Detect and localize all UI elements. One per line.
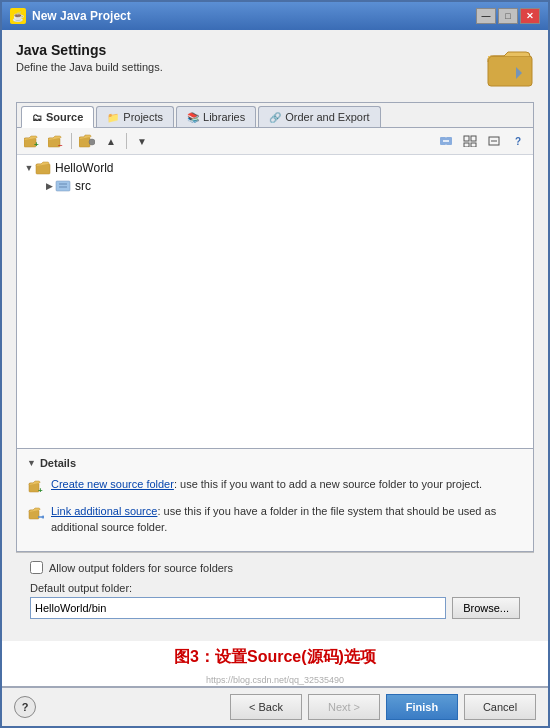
- output-folder-input-row: Browse...: [30, 597, 520, 619]
- expand-helloworld-icon[interactable]: ▼: [23, 163, 35, 173]
- create-source-text: Create new source folder: use this if yo…: [51, 477, 482, 492]
- svg-text:+: +: [38, 486, 43, 495]
- bottom-section: Allow output folders for source folders …: [16, 552, 534, 633]
- footer-help-button[interactable]: ?: [14, 696, 36, 718]
- header-section: Java Settings Define the Java build sett…: [16, 42, 534, 90]
- header-title: Java Settings: [16, 42, 476, 58]
- title-bar: ☕ New Java Project — □ ✕: [2, 2, 548, 30]
- footer: ? < Back Next > Finish Cancel: [2, 686, 548, 726]
- output-folder-input[interactable]: [30, 597, 446, 619]
- tab-libraries-label: Libraries: [203, 111, 245, 123]
- details-label: Details: [40, 457, 76, 469]
- details-item-link: Link additional source: use this if you …: [27, 504, 523, 535]
- toolbar-help-button[interactable]: ?: [507, 131, 529, 151]
- caption-section: 图3：设置Source(源码)选项: [2, 641, 548, 674]
- expand-src-icon[interactable]: ▶: [43, 181, 55, 191]
- caption-text: 图3：设置Source(源码)选项: [174, 648, 376, 665]
- source-tab-icon: 🗂: [32, 112, 42, 123]
- svg-point-26: [42, 516, 45, 519]
- tab-projects[interactable]: 📁 Projects: [96, 106, 174, 127]
- svg-text:+: +: [34, 140, 39, 148]
- collapse-all-button[interactable]: [483, 131, 505, 151]
- allow-output-folders-checkbox[interactable]: [30, 561, 43, 574]
- back-button[interactable]: < Back: [230, 694, 302, 720]
- allow-output-folders-label[interactable]: Allow output folders for source folders: [49, 562, 233, 574]
- finish-button[interactable]: Finish: [386, 694, 458, 720]
- cancel-button[interactable]: Cancel: [464, 694, 536, 720]
- tree-area[interactable]: ▼ HelloWorld ▶: [17, 155, 533, 448]
- footer-left: ?: [14, 696, 36, 718]
- svg-rect-13: [471, 136, 476, 141]
- tab-source-label: Source: [46, 111, 83, 123]
- create-source-description: : use this if you want to add a new sour…: [174, 478, 482, 490]
- tab-libraries[interactable]: 📚 Libraries: [176, 106, 256, 127]
- window-controls: — □ ✕: [476, 8, 540, 24]
- tree-item-helloworld[interactable]: ▼ HelloWorld: [21, 159, 529, 177]
- create-source-icon: +: [27, 478, 45, 496]
- remove-source-folder-button[interactable]: –: [45, 131, 67, 151]
- content-area: Java Settings Define the Java build sett…: [2, 30, 548, 641]
- move-down-button[interactable]: ▼: [131, 131, 153, 151]
- svg-rect-12: [464, 136, 469, 141]
- details-section: ▼ Details + Create new source folder: us…: [17, 448, 533, 551]
- svg-rect-15: [471, 143, 476, 147]
- toolbar-right: ?: [435, 131, 529, 151]
- header-subtitle: Define the Java build settings.: [16, 61, 476, 73]
- minimize-button[interactable]: —: [476, 8, 496, 24]
- tree-children-helloworld: ▶ src: [21, 177, 529, 195]
- svg-rect-19: [56, 181, 70, 191]
- svg-rect-14: [464, 143, 469, 147]
- browse-button[interactable]: Browse...: [452, 597, 520, 619]
- helloworld-project-icon: [35, 160, 51, 176]
- src-label: src: [75, 179, 91, 193]
- allow-output-folders-row: Allow output folders for source folders: [30, 561, 520, 574]
- order-export-tab-icon: 🔗: [269, 112, 281, 123]
- watermark: https://blog.csdn.net/qq_32535490: [2, 674, 548, 686]
- link-additional-source-link[interactable]: Link additional source: [51, 505, 157, 517]
- tabs-bar: 🗂 Source 📁 Projects 📚 Libraries 🔗 Order …: [17, 103, 533, 128]
- svg-point-8: [89, 139, 95, 145]
- svg-text:–: –: [58, 140, 63, 148]
- next-button[interactable]: Next >: [308, 694, 380, 720]
- tab-order-export-label: Order and Export: [285, 111, 369, 123]
- details-header: ▼ Details: [27, 457, 523, 469]
- toolbar-separator-1: [71, 133, 72, 149]
- configure-output-button[interactable]: [76, 131, 98, 151]
- tree-item-src[interactable]: ▶ src: [41, 177, 529, 195]
- link-additional-source-icon: [27, 505, 45, 523]
- footer-buttons: < Back Next > Finish Cancel: [230, 694, 536, 720]
- source-toolbar: + – ▲: [17, 128, 533, 155]
- libraries-tab-icon: 📚: [187, 112, 199, 123]
- close-button[interactable]: ✕: [520, 8, 540, 24]
- tab-projects-label: Projects: [123, 111, 163, 123]
- header-text: Java Settings Define the Java build sett…: [16, 42, 476, 73]
- maximize-button[interactable]: □: [498, 8, 518, 24]
- window-icon: ☕: [10, 8, 26, 24]
- tab-source[interactable]: 🗂 Source: [21, 106, 94, 128]
- toolbar-separator-2: [126, 133, 127, 149]
- add-source-folder-button[interactable]: +: [21, 131, 43, 151]
- tab-order-export[interactable]: 🔗 Order and Export: [258, 106, 380, 127]
- output-folder-label: Default output folder:: [30, 582, 520, 594]
- create-source-folder-link[interactable]: Create new source folder: [51, 478, 174, 490]
- output-folder-row: Default output folder: Browse...: [30, 582, 520, 619]
- src-package-icon: [55, 178, 71, 194]
- java-folder-icon: [486, 42, 534, 90]
- new-java-project-window: ☕ New Java Project — □ ✕ Java Settings D…: [0, 0, 550, 728]
- move-up-button[interactable]: ▲: [100, 131, 122, 151]
- details-item-create: + Create new source folder: use this if …: [27, 477, 523, 496]
- helloworld-label: HelloWorld: [55, 161, 113, 175]
- watermark-text: https://blog.csdn.net/qq_32535490: [206, 675, 344, 685]
- projects-tab-icon: 📁: [107, 112, 119, 123]
- details-collapse-icon[interactable]: ▼: [27, 458, 36, 468]
- svg-rect-0: [488, 56, 532, 86]
- link-source-button[interactable]: [435, 131, 457, 151]
- link-additional-source-text: Link additional source: use this if you …: [51, 504, 523, 535]
- main-panel: 🗂 Source 📁 Projects 📚 Libraries 🔗 Order …: [16, 102, 534, 552]
- window-title: New Java Project: [32, 9, 476, 23]
- expand-all-button[interactable]: [459, 131, 481, 151]
